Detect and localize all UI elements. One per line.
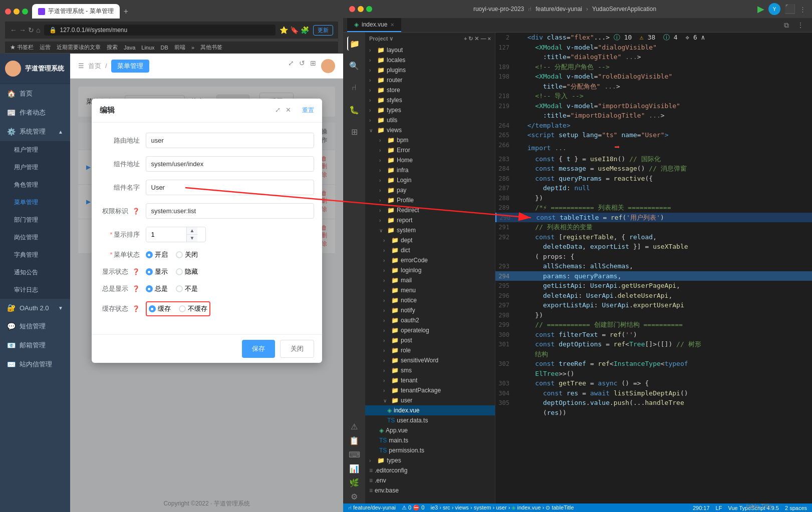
- sort-number-input[interactable]: ▲ ▼: [146, 227, 206, 242]
- output-icon[interactable]: 📋: [347, 433, 361, 447]
- breadcrumb-active[interactable]: 菜单管理: [111, 60, 149, 73]
- folder-report[interactable]: ›📁 report: [365, 215, 495, 225]
- sidebar-item-author[interactable]: 📰 作者动态: [0, 103, 70, 122]
- folder-sms[interactable]: ›📁 sms: [365, 365, 495, 375]
- stop-button[interactable]: ⬛: [784, 4, 795, 15]
- activity-icon[interactable]: 📊: [347, 461, 361, 475]
- maximize-dot[interactable]: [22, 9, 28, 15]
- perm-input[interactable]: [146, 203, 314, 219]
- extensions-icon[interactable]: ⊞: [347, 125, 361, 139]
- sidebar-item-menu[interactable]: 菜单管理: [0, 194, 70, 211]
- display-hide[interactable]: 隐藏: [176, 267, 198, 276]
- folder-mail[interactable]: ›📁 mail: [365, 275, 495, 285]
- folder-styles[interactable]: ›📁 styles: [365, 95, 495, 105]
- sidebar-item-notice[interactable]: 通知公告: [0, 264, 70, 281]
- file-env[interactable]: ≡ .env: [365, 475, 495, 485]
- folder-user[interactable]: ∨📁 user: [365, 395, 495, 405]
- sidebar-item-user[interactable]: 用户管理: [0, 159, 70, 176]
- menu-status-on[interactable]: 开启: [146, 250, 168, 259]
- settings-icon[interactable]: ⚙: [347, 489, 361, 503]
- file-user-data-ts[interactable]: TS user.data.ts: [365, 415, 495, 425]
- folder-tenant[interactable]: ›📁 tenant: [365, 375, 495, 385]
- bookmark-ops[interactable]: 运营: [40, 44, 51, 51]
- sidebar-item-audit[interactable]: 审计日志: [0, 281, 70, 299]
- folder-notice[interactable]: ›📁 notice: [365, 295, 495, 305]
- folder-home[interactable]: ›📁 Home: [365, 155, 495, 165]
- save-button[interactable]: 保存: [242, 340, 275, 358]
- file-editorconfig[interactable]: ≡ .editorconfig: [365, 465, 495, 475]
- folder-dept[interactable]: ›📁 dept: [365, 235, 495, 245]
- dialog-expand-icon[interactable]: ⤢: [275, 106, 281, 115]
- search-icon[interactable]: 🔍: [347, 59, 361, 73]
- sidebar-item-oauth[interactable]: 🔐 OAuth 2.0 ▼: [0, 299, 70, 317]
- folder-bpm[interactable]: ›📁 bpm: [365, 135, 495, 145]
- menu-status-off[interactable]: 关闭: [176, 250, 198, 259]
- ide-minimize-dot[interactable]: [358, 6, 364, 12]
- file-app-vue[interactable]: ◈ App.vue: [365, 425, 495, 435]
- bookmark-others[interactable]: 其他书签: [200, 44, 222, 51]
- dialog-reset-button[interactable]: 重置: [302, 106, 314, 115]
- folder-types[interactable]: ›📁 types: [365, 105, 495, 115]
- problems-icon[interactable]: ⚠: [347, 419, 361, 433]
- sidebar-item-home[interactable]: 🏠 首页: [0, 84, 70, 103]
- debug-icon[interactable]: 🐛: [347, 103, 361, 117]
- forward-button[interactable]: →: [19, 26, 26, 34]
- tab-index-vue[interactable]: ◈ index.vue ✕: [347, 18, 401, 32]
- always-yes[interactable]: 总是: [146, 284, 168, 293]
- file-index-vue[interactable]: ◈ index.vue: [365, 405, 495, 415]
- more-tabs-icon[interactable]: ⋮: [793, 21, 808, 29]
- dialog-close-icon[interactable]: ✕: [286, 106, 291, 115]
- breadcrumb-home[interactable]: 首页: [88, 62, 101, 71]
- refresh-icon[interactable]: ↺: [299, 59, 305, 73]
- file-env-base[interactable]: ≡ env.base: [365, 485, 495, 495]
- folder-profile[interactable]: ›📁 Profile: [365, 195, 495, 205]
- sort-input-field[interactable]: [146, 227, 186, 242]
- sidebar-item-im[interactable]: ✉️ 站内信管理: [0, 355, 70, 374]
- folder-login[interactable]: ›📁 Login: [365, 175, 495, 185]
- folder-sensitiveword[interactable]: ›📁 sensitiveWord: [365, 355, 495, 365]
- fullscreen-icon[interactable]: ⤢: [288, 59, 294, 73]
- folder-oauth2[interactable]: ›📁 oauth2: [365, 315, 495, 325]
- always-no[interactable]: 不是: [176, 284, 198, 293]
- cache-no[interactable]: 不缓存: [179, 304, 207, 313]
- browser-tab[interactable]: 芋道管理系统 - 菜单管理: [32, 4, 120, 19]
- folder-store[interactable]: ›📁 store: [365, 85, 495, 95]
- sidebar-item-dept[interactable]: 部门管理: [0, 211, 70, 229]
- header-avatar[interactable]: [321, 59, 335, 73]
- sidebar-item-mail[interactable]: 📧 邮箱管理: [0, 336, 70, 355]
- ide-close-dot[interactable]: [349, 6, 355, 12]
- tab-close-icon[interactable]: ✕: [390, 22, 394, 28]
- folder-infra[interactable]: ›📁 infra: [365, 165, 495, 175]
- file-main-ts[interactable]: TS main.ts: [365, 435, 495, 445]
- git-graph-icon[interactable]: 🌿: [347, 475, 361, 489]
- folder-layout[interactable]: ›📁 layout: [365, 45, 495, 55]
- route-address-input[interactable]: [146, 133, 314, 148]
- sidebar-item-post[interactable]: 岗位管理: [0, 229, 70, 246]
- folder-error[interactable]: ›📁 Error: [365, 145, 495, 155]
- sidebar-item-sms[interactable]: 💬 短信管理: [0, 317, 70, 336]
- bookmark-linux[interactable]: Linux: [141, 45, 154, 51]
- bookmark-frontend[interactable]: 前端: [174, 44, 185, 51]
- sidebar-item-dict[interactable]: 字典管理: [0, 246, 70, 264]
- cache-yes[interactable]: 缓存: [149, 304, 171, 313]
- folder-loginlog[interactable]: ›📁 loginlog: [365, 265, 495, 275]
- component-input[interactable]: [146, 156, 314, 172]
- folder-post[interactable]: ›📁 post: [365, 335, 495, 345]
- explorer-icon[interactable]: 📁: [347, 37, 361, 51]
- folder-router[interactable]: ›📁 router: [365, 75, 495, 85]
- folder-role[interactable]: ›📁 role: [365, 345, 495, 355]
- terminal-icon[interactable]: ⌨: [347, 447, 361, 461]
- display-show[interactable]: 显示: [146, 267, 168, 276]
- sidebar-item-role[interactable]: 角色管理: [0, 176, 70, 194]
- grid-icon[interactable]: ⊞: [310, 59, 316, 73]
- folder-locales[interactable]: ›📁 locales: [365, 55, 495, 65]
- refresh-button[interactable]: ↻: [28, 26, 34, 34]
- folder-utils[interactable]: ›📁 utils: [365, 115, 495, 125]
- bookmark-db[interactable]: DB: [161, 45, 168, 51]
- bookmark-search[interactable]: 搜索: [107, 44, 118, 51]
- file-permission-ts[interactable]: TS permission.ts: [365, 445, 495, 455]
- folder-menu[interactable]: ›📁 menu: [365, 285, 495, 295]
- sidebar-item-system[interactable]: ⚙️ 系统管理 ▲: [0, 122, 70, 141]
- sort-increment[interactable]: ▲: [187, 227, 198, 235]
- git-icon[interactable]: ⑁: [347, 81, 361, 95]
